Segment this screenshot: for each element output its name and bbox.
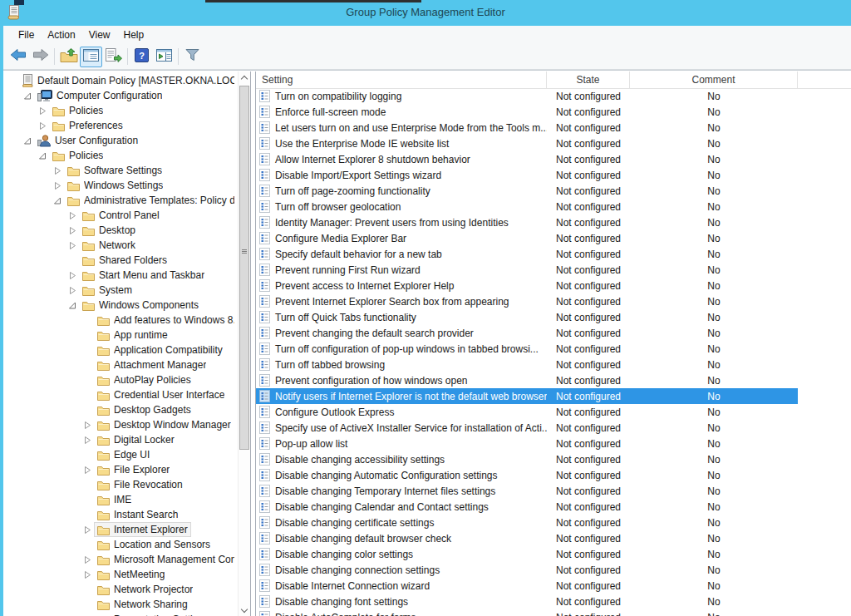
menu-action[interactable]: Action — [41, 27, 81, 43]
settings-row[interactable]: Identity Manager: Prevent users from usi… — [256, 214, 798, 230]
up-one-level-button[interactable] — [57, 47, 80, 67]
expander-expanded-icon[interactable] — [68, 301, 77, 310]
tree-item[interactable]: Network Sharing — [3, 597, 238, 612]
settings-row[interactable]: Prevent running First Run wizardNot conf… — [256, 262, 798, 278]
expander-collapsed-icon[interactable] — [68, 271, 77, 280]
tree-item[interactable]: Location and Sensors — [3, 537, 238, 552]
tree-item[interactable]: Computer Configuration — [3, 88, 238, 103]
tree-item[interactable]: Credential User Interface — [3, 387, 238, 402]
tree-item[interactable]: User Configuration — [3, 133, 238, 148]
expander-collapsed-icon[interactable] — [38, 106, 47, 116]
scroll-up-button[interactable] — [239, 71, 250, 84]
settings-row[interactable]: Disable changing default browser checkNo… — [256, 530, 798, 546]
column-header-state[interactable]: State — [547, 71, 630, 88]
settings-row[interactable]: Enforce full-screen modeNot configuredNo — [256, 104, 798, 120]
expander-collapsed-icon[interactable] — [83, 421, 92, 430]
expander-expanded-icon[interactable] — [53, 196, 62, 205]
expander-collapsed-icon[interactable] — [83, 570, 92, 579]
settings-row[interactable]: Turn on compatibility loggingNot configu… — [256, 88, 798, 104]
expander-expanded-icon[interactable] — [38, 151, 47, 160]
settings-row[interactable]: Let users turn on and use Enterprise Mod… — [256, 120, 798, 136]
tree-item[interactable]: Internet Explorer — [3, 522, 238, 537]
menu-file[interactable]: File — [12, 27, 41, 43]
tree-item[interactable]: Edge UI — [3, 447, 238, 462]
expander-collapsed-icon[interactable] — [83, 555, 92, 564]
tree-item[interactable]: Desktop Window Manager — [3, 417, 238, 432]
tree-item[interactable]: File Revocation — [3, 477, 238, 492]
expander-collapsed-icon[interactable] — [38, 121, 47, 131]
tree-item[interactable]: File Explorer — [3, 462, 238, 477]
tree-scrollbar[interactable] — [238, 71, 250, 616]
tree-item[interactable]: Desktop — [3, 223, 238, 238]
settings-row[interactable]: Use the Enterprise Mode IE website listN… — [256, 136, 798, 151]
expander-expanded-icon[interactable] — [23, 136, 32, 145]
settings-row[interactable]: Disable changing Calendar and Contact se… — [256, 499, 798, 515]
settings-row[interactable]: Disable changing font settingsNot config… — [256, 594, 798, 609]
scrollbar-thumb[interactable] — [239, 86, 249, 450]
menu-help[interactable]: Help — [117, 27, 151, 43]
tree-item[interactable]: Shared Folders — [3, 253, 238, 268]
settings-row[interactable]: Turn off browser geolocationNot configur… — [256, 199, 798, 214]
settings-row[interactable]: Disable changing certificate settingsNot… — [256, 515, 798, 530]
tree-item[interactable]: AutoPlay Policies — [3, 372, 238, 387]
filter-button[interactable] — [181, 47, 204, 67]
column-header-setting[interactable]: Setting — [256, 71, 547, 88]
column-header-comment[interactable]: Comment — [630, 71, 798, 88]
tree-item[interactable]: Network — [3, 238, 238, 253]
tree-item[interactable]: Default Domain Policy [MASTER.OKNA.LOCAL… — [3, 73, 238, 88]
expander-collapsed-icon[interactable] — [83, 525, 92, 535]
tree-item[interactable]: Network Projector — [3, 582, 238, 597]
tree-item[interactable]: Preferences — [3, 118, 238, 133]
show-action-pane-button[interactable] — [153, 47, 175, 67]
settings-row[interactable]: Prevent access to Internet Explorer Help… — [256, 278, 798, 293]
expander-collapsed-icon[interactable] — [68, 241, 77, 250]
settings-row[interactable]: Configure Outlook ExpressNot configuredN… — [256, 404, 798, 420]
tree-item[interactable]: Administrative Templates: Policy def — [3, 193, 238, 208]
expander-collapsed-icon[interactable] — [68, 226, 77, 235]
settings-row[interactable]: Turn off configuration of pop-up windows… — [256, 341, 798, 357]
settings-row[interactable]: Notify users if Internet Explorer is not… — [256, 388, 798, 404]
tree-item[interactable]: Instant Search — [3, 507, 238, 522]
settings-row[interactable]: Specify default behavior for a new tabNo… — [256, 246, 798, 262]
tree-item[interactable]: Software Settings — [3, 163, 238, 178]
settings-row[interactable]: Pop-up allow listNot configuredNo — [256, 436, 798, 451]
settings-row[interactable]: Disable changing color settingsNot confi… — [256, 546, 798, 562]
tree-item[interactable]: NetMeeting — [3, 567, 238, 582]
tree-item[interactable]: Digital Locker — [3, 432, 238, 447]
title-bar[interactable]: Group Policy Management Editor — [0, 0, 851, 26]
back-button[interactable] — [7, 47, 29, 67]
expander-collapsed-icon[interactable] — [83, 436, 92, 445]
show-console-tree-button[interactable] — [80, 47, 102, 67]
settings-row[interactable]: Prevent configuration of how windows ope… — [256, 372, 798, 388]
settings-row[interactable]: Disable changing connection settingsNot … — [256, 562, 798, 578]
tree-item[interactable]: System — [3, 283, 238, 298]
expander-collapsed-icon[interactable] — [68, 211, 77, 220]
export-list-button[interactable] — [102, 47, 125, 67]
settings-row[interactable]: Specify use of ActiveX Installer Service… — [256, 420, 798, 436]
scroll-down-button[interactable] — [239, 604, 250, 616]
tree-item[interactable]: Add features to Windows 8.1 — [3, 313, 238, 328]
settings-row[interactable]: Disable changing Temporary Internet file… — [256, 483, 798, 499]
settings-row[interactable]: Disable changing Automatic Configuration… — [256, 467, 798, 483]
tree-item[interactable]: Attachment Manager — [3, 357, 238, 372]
tree-item[interactable]: Policies — [3, 148, 238, 163]
settings-row[interactable]: Configure Media Explorer BarNot configur… — [256, 230, 798, 246]
settings-row[interactable]: Turn off tabbed browsingNot configuredNo — [256, 357, 798, 372]
tree-item[interactable]: Control Panel — [3, 208, 238, 223]
tree-item[interactable]: Windows Settings — [3, 178, 238, 193]
expander-collapsed-icon[interactable] — [53, 181, 62, 190]
expander-collapsed-icon[interactable] — [53, 166, 62, 175]
help-button[interactable]: ? — [130, 47, 153, 67]
tree-item[interactable]: Presentation Settings — [3, 612, 238, 616]
settings-row[interactable]: Disable AutoComplete for formsNot config… — [256, 609, 798, 616]
settings-row[interactable]: Disable Import/Export Settings wizardNot… — [256, 167, 798, 183]
tree-item[interactable]: Policies — [3, 103, 238, 118]
settings-row[interactable]: Disable Internet Connection wizardNot co… — [256, 578, 798, 594]
tree-item[interactable]: Application Compatibility — [3, 342, 238, 357]
forward-button[interactable] — [29, 47, 52, 67]
tree-item[interactable]: Desktop Gadgets — [3, 402, 238, 417]
settings-row[interactable]: Prevent Internet Explorer Search box fro… — [256, 293, 798, 309]
expander-collapsed-icon[interactable] — [83, 466, 92, 475]
tree-item[interactable]: IME — [3, 492, 238, 507]
expander-expanded-icon[interactable] — [23, 91, 32, 101]
